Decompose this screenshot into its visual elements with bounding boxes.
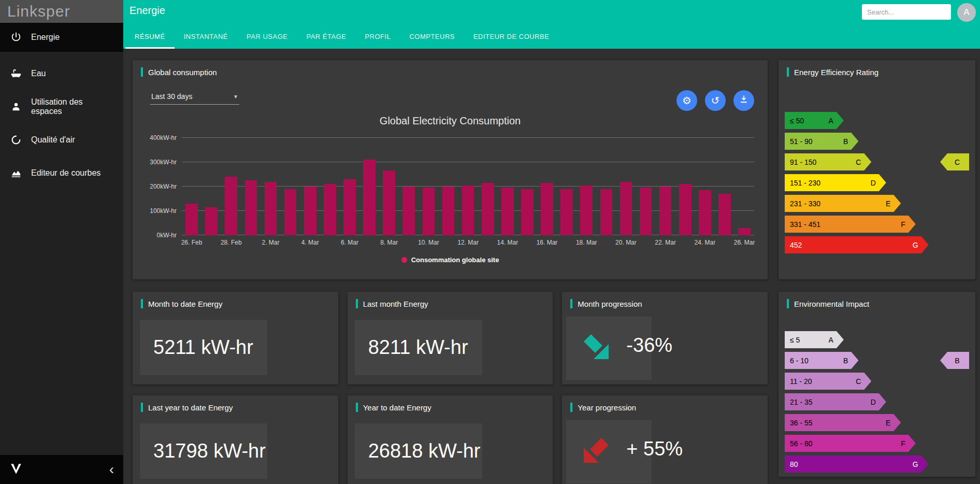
rating-range: 51 - 90: [790, 137, 813, 146]
tab-bar: RÉSUMÉINSTANTANÉPAR USAGEPAR ÉTAGEPROFIL…: [125, 24, 558, 49]
tab-par-étage[interactable]: PAR ÉTAGE: [297, 24, 355, 49]
bar: [442, 187, 455, 235]
stat-tile: 5211 kW-hr: [140, 320, 267, 375]
search-input[interactable]: [862, 4, 951, 20]
bar-slot: [577, 138, 596, 235]
bar: [738, 228, 751, 235]
rating-range: 80: [790, 460, 798, 468]
bar-slot: [596, 138, 616, 235]
tab-par-usage[interactable]: PAR USAGE: [237, 24, 297, 49]
card-title-text: Global consumption: [148, 68, 217, 77]
rating-letter: G: [913, 241, 918, 249]
x-tick: 26. Feb: [182, 239, 201, 247]
x-tick: 24. Mar: [695, 239, 715, 247]
tab-editeur-de-courbe[interactable]: EDITEUR DE COURBE: [464, 24, 558, 49]
rating-row-c: 11 - 20C: [785, 373, 871, 390]
rating-letter: D: [871, 398, 876, 406]
x-tick-label: 6. Mar: [341, 239, 358, 246]
download-button[interactable]: [733, 90, 754, 111]
bar-slot: [399, 138, 419, 235]
stats-row: Last year to date Energy31798 kW-hrYear …: [133, 395, 768, 484]
avatar[interactable]: A: [957, 3, 976, 22]
rating-row-d: 151 - 230D: [785, 174, 886, 191]
date-range-value: Last 30 days: [151, 92, 192, 101]
bar: [560, 189, 573, 235]
sidebar-item-air[interactable]: Qualité d'air: [0, 126, 123, 153]
card-title: Last month Energy: [348, 292, 553, 308]
stat-card-month-progression: Month progression-36%: [562, 292, 768, 385]
tab-résumé[interactable]: RÉSUMÉ: [125, 24, 175, 49]
card-title-text: Environmental Impact: [794, 300, 869, 308]
x-tick: 16. Mar: [537, 239, 557, 247]
x-tick-label: 20. Mar: [615, 239, 637, 246]
stat-card-last-year-to-date: Last year to date Energy31798 kW-hr: [133, 395, 338, 484]
rating-row-d: 21 - 35D: [785, 393, 886, 410]
y-axis-label: 300kW-hr: [150, 159, 177, 166]
accent-bar: [570, 403, 572, 412]
bar-slot: [182, 138, 201, 235]
bar-slot: [458, 138, 478, 235]
bar: [225, 177, 237, 235]
rating-letter: F: [901, 220, 905, 229]
rating-range: 11 - 20: [790, 377, 812, 386]
stat-tile: 26818 kW-hr: [355, 423, 482, 479]
x-tick: 12. Mar: [458, 239, 478, 247]
bar-slot: [261, 138, 280, 235]
x-tick: 10. Mar: [419, 239, 438, 247]
settings-button[interactable]: ⚙: [676, 90, 697, 111]
rating-range: 21 - 35: [790, 398, 813, 406]
sidebar-item-courbes[interactable]: Editeur de courbes: [0, 160, 123, 187]
bar-slot: [300, 138, 320, 235]
refresh-button[interactable]: ↺: [705, 90, 726, 111]
sidebar: Linksper EnergieEauUtilisation des espac…: [0, 0, 123, 484]
date-range-select[interactable]: Last 30 days ▼: [150, 90, 239, 105]
bar-slot: [221, 138, 241, 235]
bars-area: [182, 138, 754, 235]
stat-card-title-text: Last month Energy: [363, 300, 428, 308]
bar-slot: [438, 138, 458, 235]
x-tick: 26. Mar: [734, 239, 754, 247]
card-title: Year to date Energy: [348, 395, 553, 412]
tab-profil[interactable]: PROFIL: [355, 24, 400, 49]
bar: [718, 194, 731, 235]
collapse-sidebar-button[interactable]: ‹: [109, 463, 114, 476]
bar: [304, 187, 316, 235]
stat-value: -36%: [626, 334, 672, 357]
bar: [363, 160, 376, 235]
trend-down-left-arrow-icon: [580, 434, 613, 467]
stat-card-month-to-date: Month to date Energy5211 kW-hr: [133, 292, 338, 385]
x-tick: [517, 239, 537, 247]
sidebar-item-energie[interactable]: Energie: [0, 23, 123, 52]
bar: [659, 187, 672, 235]
chart-toolbar: ⚙↺: [676, 90, 754, 111]
accent-bar: [141, 299, 143, 308]
bar-slot: [616, 138, 636, 235]
bar: [462, 186, 474, 235]
legend-label: Consommation globale site: [411, 256, 499, 264]
rating-letter: E: [886, 419, 890, 427]
rating-range: 36 - 55: [790, 419, 813, 427]
app-logo: Linksper: [0, 0, 123, 23]
x-tick: [399, 239, 419, 247]
x-tick: [715, 239, 734, 247]
x-tick: 22. Mar: [656, 239, 675, 247]
bar-slot: [359, 138, 379, 235]
rating-row-a: ≤ 5A: [785, 331, 844, 348]
legend-dot-icon: [401, 257, 407, 263]
bar-slot: [656, 138, 675, 235]
x-tick: [438, 239, 458, 247]
card-title: Energy Efficiency Rating: [779, 60, 975, 77]
rating-letter: B: [843, 357, 848, 365]
sidebar-item-espaces[interactable]: Utilisation des espaces: [0, 93, 123, 120]
tab-instantané[interactable]: INSTANTANÉ: [175, 24, 237, 49]
air-quality-icon: [10, 134, 22, 146]
x-tick: 28. Feb: [221, 239, 241, 247]
bar-slot: [734, 138, 754, 235]
stat-card-last-month: Last month Energy8211 kW-hr: [348, 292, 553, 385]
sidebar-item-eau[interactable]: Eau: [0, 60, 123, 87]
rating-letter: G: [913, 460, 918, 468]
x-tick: [478, 239, 498, 247]
tab-compteurs[interactable]: COMPTEURS: [400, 24, 464, 49]
rating-indicator: B: [940, 352, 969, 369]
x-tick: 18. Mar: [577, 239, 596, 247]
